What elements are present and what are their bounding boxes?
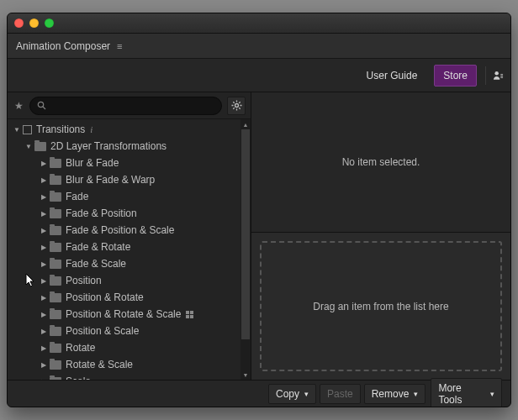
tree-label: Fade & Rotate	[66, 241, 130, 253]
chevron-right-icon[interactable]	[40, 160, 48, 167]
search-icon	[37, 101, 46, 110]
scrollbar[interactable]: ▲ ▼	[240, 119, 251, 380]
panel-menu-icon[interactable]: ≡	[117, 41, 122, 51]
drop-zone[interactable]: Drag an item from the list here	[260, 241, 502, 371]
bottombar: Copy Paste Remove More Tools	[8, 380, 510, 407]
account-button[interactable]	[485, 66, 504, 85]
tree-item[interactable]: Scale	[8, 373, 251, 380]
grid-icon	[186, 311, 193, 318]
svg-rect-3	[500, 76, 503, 77]
folder-icon	[50, 176, 61, 185]
category-icon	[23, 125, 32, 134]
main-area: ★ Transitions i	[8, 92, 510, 380]
folder-icon	[50, 377, 61, 381]
search-field[interactable]	[50, 101, 214, 111]
tree-label: Rotate & Scale	[66, 359, 133, 370]
tree-label: 2D Layer Transformations	[50, 140, 166, 152]
tree-item[interactable]: Blur & Fade	[8, 155, 251, 171]
tree-item[interactable]: Blur & Fade & Warp	[8, 171, 251, 188]
tree-view: Transitions i 2D Layer Transformations B…	[8, 119, 251, 380]
scroll-down-icon[interactable]: ▼	[240, 370, 251, 380]
close-icon[interactable]	[14, 18, 24, 28]
gear-icon	[231, 100, 242, 111]
tree-label: Position	[66, 275, 102, 286]
tree-root-transitions[interactable]: Transitions i	[8, 121, 251, 138]
tree-label: Scale	[66, 375, 91, 380]
chevron-right-icon[interactable]	[40, 311, 48, 318]
more-tools-button[interactable]: More Tools	[431, 378, 502, 408]
preview-empty-text: No item selected.	[342, 156, 420, 168]
maximize-icon[interactable]	[45, 18, 54, 28]
svg-rect-1	[500, 74, 503, 75]
tree-group-2d-layer[interactable]: 2D Layer Transformations	[8, 138, 251, 155]
chevron-right-icon[interactable]	[40, 328, 48, 335]
app-window: Animation Composer ≡ User Guide Store ★	[7, 13, 511, 407]
user-guide-button[interactable]: User Guide	[358, 66, 426, 86]
search-input[interactable]	[29, 97, 222, 115]
scroll-up-icon[interactable]: ▲	[240, 119, 251, 129]
folder-icon	[34, 142, 46, 151]
folder-icon	[50, 293, 61, 302]
tree-item[interactable]: Position	[8, 272, 251, 289]
tree-label: Fade	[66, 191, 88, 202]
favorites-icon[interactable]: ★	[13, 100, 24, 112]
chevron-right-icon[interactable]	[40, 277, 48, 285]
folder-icon	[50, 243, 61, 252]
svg-line-14	[239, 102, 240, 102]
folder-icon	[50, 226, 61, 235]
topbar: User Guide Store	[8, 59, 510, 92]
minimize-icon[interactable]	[29, 18, 39, 28]
chevron-right-icon[interactable]	[40, 260, 48, 268]
svg-line-13	[233, 108, 234, 108]
folder-icon	[50, 344, 61, 353]
paste-button[interactable]: Paste	[320, 384, 361, 404]
chevron-right-icon[interactable]	[40, 210, 48, 218]
svg-line-5	[43, 107, 45, 109]
tree-item[interactable]: Fade & Position & Scale	[8, 222, 251, 239]
titlebar	[8, 13, 510, 34]
chevron-right-icon[interactable]	[40, 361, 48, 369]
folder-icon	[50, 209, 61, 218]
user-icon	[493, 70, 504, 81]
tree-item[interactable]: Fade & Position	[8, 205, 251, 222]
preview-pane: No item selected.	[251, 92, 510, 233]
chevron-right-icon[interactable]	[40, 227, 48, 234]
tree-label: Fade & Scale	[66, 258, 126, 270]
folder-icon	[50, 260, 61, 269]
remove-button[interactable]: Remove	[364, 384, 426, 404]
settings-button[interactable]	[227, 97, 246, 115]
svg-line-12	[239, 108, 240, 108]
info-icon[interactable]: i	[90, 124, 92, 134]
chevron-right-icon[interactable]	[40, 244, 48, 251]
tree-label: Transitions	[36, 123, 85, 135]
chevron-right-icon[interactable]	[40, 176, 48, 184]
chevron-right-icon[interactable]	[40, 344, 48, 352]
panel-title: Animation Composer	[16, 40, 110, 52]
chevron-right-icon[interactable]	[40, 193, 48, 201]
folder-icon	[50, 276, 61, 286]
search-row: ★	[8, 92, 251, 119]
chevron-down-icon[interactable]	[24, 143, 33, 150]
tree-label: Fade & Position	[66, 207, 137, 219]
tree-label: Blur & Fade	[66, 157, 119, 169]
chevron-down-icon[interactable]	[13, 126, 21, 134]
scroll-thumb[interactable]	[241, 129, 250, 339]
tree-label: Position & Rotate	[66, 291, 144, 303]
tree-label: Rotate	[66, 342, 95, 354]
tree-item[interactable]: Fade & Rotate	[8, 239, 251, 255]
tree-label: Position & Rotate & Scale	[66, 308, 181, 320]
copy-button[interactable]: Copy	[268, 384, 316, 404]
tree-label: Fade & Position & Scale	[66, 224, 174, 236]
chevron-right-icon[interactable]	[40, 294, 48, 302]
tree-item[interactable]: Position & Scale	[8, 323, 251, 339]
svg-point-4	[38, 102, 43, 107]
store-button[interactable]: Store	[434, 65, 477, 87]
chevron-right-icon[interactable]	[40, 378, 48, 381]
tree-item[interactable]: Rotate & Scale	[8, 356, 251, 373]
tree-item[interactable]: Rotate	[8, 339, 251, 356]
tree-item[interactable]: Position & Rotate & Scale	[8, 306, 251, 323]
folder-icon	[50, 360, 61, 370]
tree-item[interactable]: Position & Rotate	[8, 289, 251, 306]
tree-item[interactable]: Fade	[8, 188, 251, 205]
tree-item[interactable]: Fade & Scale	[8, 255, 251, 272]
